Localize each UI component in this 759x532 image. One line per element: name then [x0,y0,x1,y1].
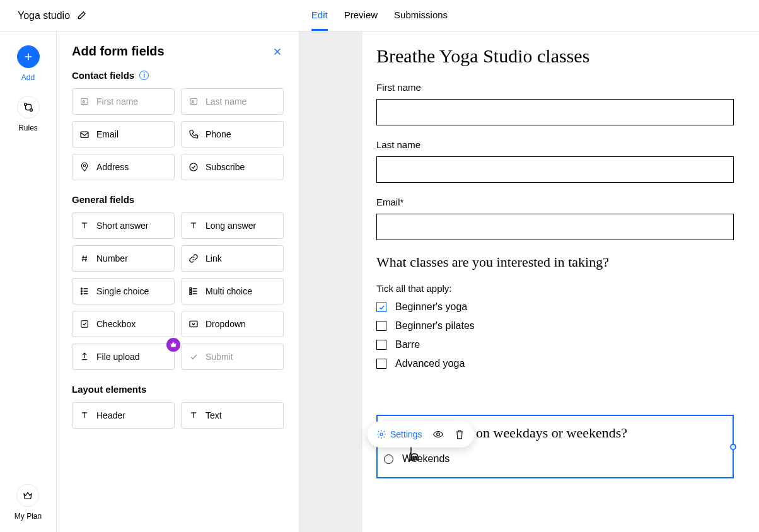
phone-icon [188,129,199,140]
multi-help: Tick all that apply: [376,283,734,294]
svg-rect-14 [190,293,192,295]
checkbox-beginners-yoga[interactable]: Beginner's yoga [376,301,734,313]
chip-checkbox[interactable]: Checkbox [72,311,175,337]
toolbar-visibility-icon[interactable] [432,429,444,440]
label-first-name: First name [376,82,734,93]
panel-title: Add form fields [72,44,165,59]
svg-rect-12 [190,288,192,290]
chip-short-answer[interactable]: Short answer [72,212,175,239]
field-email[interactable]: Email* [376,197,734,240]
svg-rect-6 [81,132,88,137]
svg-point-0 [24,103,26,106]
field-first-name[interactable]: First name [376,82,734,125]
svg-point-18 [436,433,439,436]
checkbox-icon [79,318,90,330]
checkbox-barre[interactable]: Barre [376,339,734,350]
toolbar-settings-label: Settings [390,429,422,439]
contact-icon [79,96,90,107]
chip-number[interactable]: Number [72,245,175,272]
input-last-name[interactable] [376,156,734,183]
list-icon [79,286,90,297]
chip-long-answer[interactable]: Long answer [181,212,284,239]
tab-submissions[interactable]: Submissions [394,0,448,31]
tab-edit-label: Edit [311,9,328,20]
input-email[interactable] [376,214,734,240]
svg-point-7 [83,165,85,166]
rename-icon[interactable] [76,11,86,21]
check-circle-icon [188,161,199,173]
chip-text[interactable]: Text [181,402,284,429]
tab-submissions-label: Submissions [394,9,448,20]
tab-preview[interactable]: Preview [344,0,378,31]
chip-submit[interactable]: Submit [181,344,284,370]
premium-badge-icon [166,338,180,352]
label-last-name: Last name [376,139,734,150]
rail-rules[interactable]: Rules [17,96,40,132]
fields-panel: Add form fields Contact fields i First n… [57,32,299,532]
pin-icon [79,161,90,173]
chip-phone[interactable]: Phone [181,121,284,147]
email-icon [79,129,90,140]
info-icon[interactable]: i [139,71,149,80]
checklist-icon [188,286,199,297]
svg-point-9 [81,288,82,289]
rail-add[interactable]: Add [17,45,40,82]
left-rail: Add Rules My Plan [0,32,57,532]
text-icon [79,410,90,421]
question-classes[interactable]: What classes are you interested in takin… [376,254,734,270]
svg-rect-13 [190,291,192,292]
svg-point-11 [81,293,82,294]
text-icon [188,410,199,421]
contact-icon [188,96,199,107]
chip-subscribe[interactable]: Subscribe [181,154,284,180]
chip-header[interactable]: Header [72,402,175,429]
tab-preview-label: Preview [344,9,378,20]
panel-close-icon[interactable] [271,45,284,58]
upload-icon [79,351,90,362]
rail-my-plan[interactable]: My Plan [14,484,42,521]
svg-point-1 [30,109,32,112]
section-layout-label: Layout elements [72,384,146,395]
section-contact-label: Contact fields [72,70,134,81]
svg-point-17 [380,433,383,436]
radio-weekends[interactable]: Weekends [384,453,726,465]
form-name[interactable]: Yoga studio [18,10,70,21]
hash-icon [79,253,90,264]
chip-link[interactable]: Link [181,245,284,272]
chip-dropdown[interactable]: Dropdown [181,311,284,337]
checkbox-beginners-pilates[interactable]: Beginner's pilates [376,320,734,332]
input-first-name[interactable] [376,99,734,125]
svg-rect-16 [190,321,197,327]
question-days-partial: on weekdays or weekends? [476,425,627,441]
link-icon [188,253,199,264]
element-toolbar: Settings [368,421,474,448]
rail-my-plan-label: My Plan [14,512,42,521]
chip-email[interactable]: Email [72,121,175,147]
chip-multi-choice[interactable]: Multi choice [181,278,284,304]
chip-first-name[interactable]: First name [72,88,175,115]
form-canvas[interactable]: Breathe Yoga Studio classes First name L… [362,32,759,532]
resize-handle-icon[interactable] [730,444,736,450]
svg-point-3 [83,100,84,102]
text-icon [188,220,199,231]
check-icon [188,351,199,362]
toolbar-settings-button[interactable]: Settings [376,429,422,439]
chip-address[interactable]: Address [72,154,175,180]
checkbox-advanced-yoga[interactable]: Advanced yoga [376,358,734,369]
svg-point-10 [81,291,82,292]
tab-edit[interactable]: Edit [311,0,328,31]
rail-add-label: Add [21,73,35,82]
dropdown-icon [188,318,199,330]
chip-single-choice[interactable]: Single choice [72,278,175,304]
chip-file-upload[interactable]: File upload [72,344,175,370]
field-last-name[interactable]: Last name [376,139,734,183]
svg-rect-15 [81,321,88,328]
gear-icon [376,429,386,439]
chip-last-name[interactable]: Last name [181,88,284,115]
rail-rules-label: Rules [18,124,38,132]
label-email: Email* [376,197,734,207]
toolbar-delete-icon[interactable] [454,429,465,440]
section-general-label: General fields [72,194,134,205]
form-title[interactable]: Breathe Yoga Studio classes [376,45,734,67]
svg-point-5 [192,100,194,102]
